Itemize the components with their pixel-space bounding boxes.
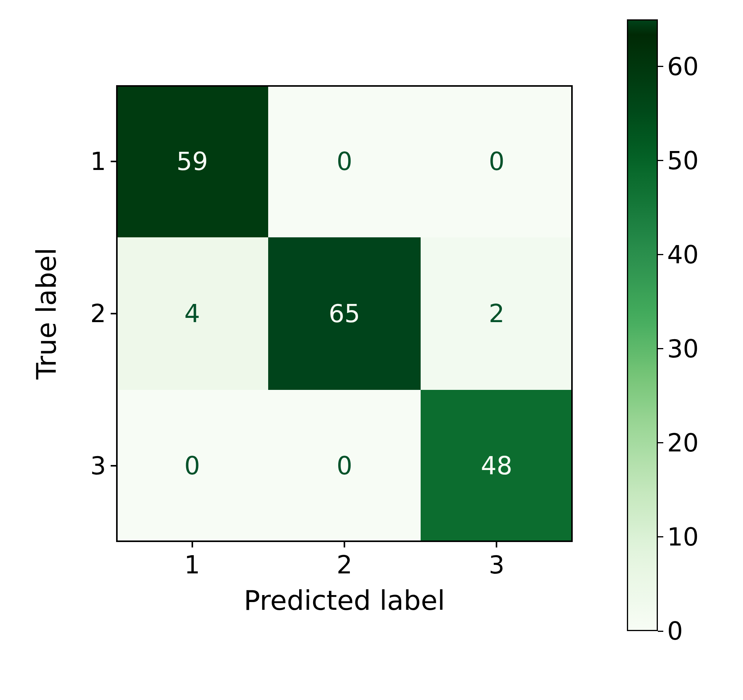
cell-r2-c3: 2 [421,237,573,389]
colorbar-tick-label: 0 [667,617,683,645]
cell-value-r2-c3: 2 [489,299,505,328]
y-tick [111,313,116,314]
y-axis-label: True label [31,248,62,379]
cell-r1-c1: 59 [116,85,268,237]
cell-r3-c3: 48 [421,390,573,542]
colorbar-tick [658,254,663,255]
cell-r1-c2: 0 [268,85,420,237]
x-tick-label: 2 [337,551,353,579]
cell-value-r1-c1: 59 [176,147,208,176]
y-tick [111,161,116,162]
cell-r2-c2: 65 [268,237,420,389]
cell-value-r2-c2: 65 [329,299,360,328]
x-tick [344,542,345,547]
x-tick [496,542,497,547]
x-tick-label: 3 [489,551,505,579]
cell-value-r1-c2: 0 [337,147,353,176]
x-tick-label: 1 [184,551,200,579]
confusion-matrix-heatmap: 590046520048 [116,85,573,542]
colorbar [627,19,658,631]
x-tick [192,542,193,547]
x-axis-label: Predicted label [244,585,445,616]
colorbar-tick-label: 10 [667,523,698,551]
cell-value-r2-c1: 4 [184,299,200,328]
cell-value-r1-c3: 0 [489,147,505,176]
colorbar-tick [658,631,663,632]
colorbar-gradient [627,19,658,631]
figure: 590046520048 Predicted label True label … [0,0,743,700]
colorbar-tick [658,442,663,443]
colorbar-tick [658,536,663,537]
cell-r2-c1: 4 [116,237,268,389]
cell-value-r3-c1: 0 [184,451,200,480]
y-tick-label: 2 [90,299,106,328]
colorbar-tick [658,160,663,161]
colorbar-tick-label: 60 [667,52,698,81]
cell-value-r3-c2: 0 [337,451,353,480]
cell-r3-c1: 0 [116,390,268,542]
cell-value-r3-c3: 48 [481,451,512,480]
colorbar-tick [658,348,663,349]
colorbar-tick-label: 40 [667,240,698,269]
cell-r3-c2: 0 [268,390,420,542]
cell-r1-c3: 0 [421,85,573,237]
colorbar-tick-label: 20 [667,429,698,457]
colorbar-tick [658,66,663,67]
y-tick-label: 1 [90,147,106,176]
y-tick [111,465,116,467]
colorbar-tick-label: 50 [667,146,698,175]
colorbar-tick-label: 30 [667,335,698,363]
y-tick-label: 3 [90,451,106,480]
